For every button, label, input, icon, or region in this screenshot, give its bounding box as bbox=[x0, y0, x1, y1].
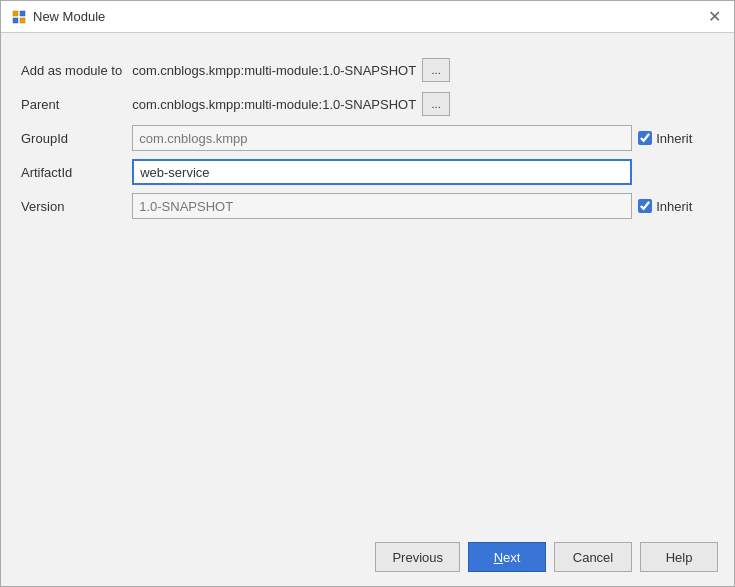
artifact-id-field bbox=[132, 155, 714, 189]
version-field: Inherit bbox=[132, 189, 714, 223]
version-inherit-label: Inherit bbox=[656, 199, 692, 214]
group-id-inherit-check: Inherit bbox=[638, 131, 692, 146]
svg-rect-0 bbox=[13, 11, 18, 16]
group-id-row-inner: Inherit bbox=[132, 125, 714, 151]
version-row-inner: Inherit bbox=[132, 193, 714, 219]
next-button[interactable]: Next bbox=[468, 542, 546, 572]
artifact-id-input[interactable] bbox=[132, 159, 632, 185]
group-id-inherit-label: Inherit bbox=[656, 131, 692, 146]
form-table: Add as module to com.cnblogs.kmpp:multi-… bbox=[21, 53, 714, 223]
module-icon bbox=[11, 9, 27, 25]
add-as-module-row-inner: com.cnblogs.kmpp:multi-module:1.0-SNAPSH… bbox=[132, 58, 714, 82]
version-inherit-checkbox[interactable] bbox=[638, 199, 652, 213]
dialog-body: Add as module to com.cnblogs.kmpp:multi-… bbox=[1, 33, 734, 532]
svg-rect-3 bbox=[20, 18, 25, 23]
group-id-row: GroupId Inherit bbox=[21, 121, 714, 155]
parent-row-inner: com.cnblogs.kmpp:multi-module:1.0-SNAPSH… bbox=[132, 92, 714, 116]
artifact-id-label: ArtifactId bbox=[21, 155, 132, 189]
add-as-module-value: com.cnblogs.kmpp:multi-module:1.0-SNAPSH… bbox=[132, 63, 416, 78]
title-bar-left: New Module bbox=[11, 9, 105, 25]
version-input[interactable] bbox=[132, 193, 632, 219]
parent-label: Parent bbox=[21, 87, 132, 121]
group-id-field: Inherit bbox=[132, 121, 714, 155]
add-as-module-label: Add as module to bbox=[21, 53, 132, 87]
group-id-input[interactable] bbox=[132, 125, 632, 151]
dialog-title: New Module bbox=[33, 9, 105, 24]
svg-rect-2 bbox=[13, 18, 18, 23]
add-as-module-row: Add as module to com.cnblogs.kmpp:multi-… bbox=[21, 53, 714, 87]
parent-row: Parent com.cnblogs.kmpp:multi-module:1.0… bbox=[21, 87, 714, 121]
artifact-id-input-wrapper bbox=[132, 159, 632, 185]
cancel-button[interactable]: Cancel bbox=[554, 542, 632, 572]
version-input-wrapper bbox=[132, 193, 632, 219]
version-label: Version bbox=[21, 189, 132, 223]
add-as-module-field: com.cnblogs.kmpp:multi-module:1.0-SNAPSH… bbox=[132, 53, 714, 87]
version-inherit-check: Inherit bbox=[638, 199, 692, 214]
parent-browse-button[interactable]: ... bbox=[422, 92, 450, 116]
new-module-dialog: New Module ✕ Add as module to com.cnblog… bbox=[0, 0, 735, 587]
previous-button[interactable]: Previous bbox=[375, 542, 460, 572]
parent-value: com.cnblogs.kmpp:multi-module:1.0-SNAPSH… bbox=[132, 97, 416, 112]
svg-rect-1 bbox=[20, 11, 25, 16]
close-button[interactable]: ✕ bbox=[704, 7, 724, 27]
parent-field: com.cnblogs.kmpp:multi-module:1.0-SNAPSH… bbox=[132, 87, 714, 121]
title-bar: New Module ✕ bbox=[1, 1, 734, 33]
spacer bbox=[21, 223, 714, 522]
add-as-module-browse-button[interactable]: ... bbox=[422, 58, 450, 82]
help-button[interactable]: Help bbox=[640, 542, 718, 572]
group-id-inherit-checkbox[interactable] bbox=[638, 131, 652, 145]
artifact-id-row: ArtifactId bbox=[21, 155, 714, 189]
dialog-footer: Previous Next Cancel Help bbox=[1, 532, 734, 586]
group-id-input-wrapper bbox=[132, 125, 632, 151]
group-id-label: GroupId bbox=[21, 121, 132, 155]
version-row: Version Inherit bbox=[21, 189, 714, 223]
